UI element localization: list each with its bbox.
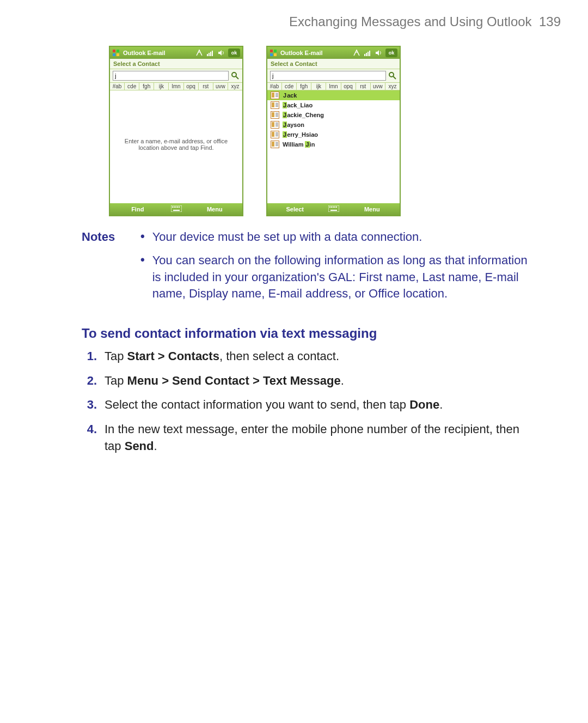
- titlebar: Outlook E-mail ok: [110, 47, 242, 59]
- svg-rect-35: [330, 210, 337, 211]
- notes-list: • Your device must be set up with a data…: [140, 229, 534, 309]
- alpha-tab[interactable]: xyz: [228, 83, 242, 90]
- alpha-tab[interactable]: uvw: [371, 83, 385, 90]
- step-item: 1. Tap Start > Contacts, then select a c…: [82, 348, 534, 365]
- keyboard-icon[interactable]: [166, 205, 187, 213]
- screenshots-row: Outlook E-mail ok Select a Contact #abcd…: [109, 46, 401, 216]
- contact-name: Jayson: [283, 121, 304, 128]
- signal-icon: [206, 49, 214, 57]
- connectivity-icon: [195, 49, 203, 57]
- keyboard-icon[interactable]: [323, 205, 345, 213]
- titlebar-label: Outlook E-mail: [123, 50, 166, 56]
- step-number: 1.: [82, 348, 97, 365]
- find-icon[interactable]: [231, 71, 240, 80]
- svg-rect-11: [171, 205, 182, 212]
- note-item: • You can search on the following inform…: [140, 252, 534, 302]
- empty-hint: Enter a name, e-mail address, or office …: [125, 138, 228, 151]
- alpha-tabs-left[interactable]: #abcdefghijklmnopqrstuvwxyz: [110, 83, 242, 90]
- section-heading: To send contact information via text mes…: [82, 324, 534, 343]
- start-icon[interactable]: [270, 49, 277, 57]
- alpha-tab[interactable]: opq: [341, 83, 356, 90]
- section-title: Exchanging Messages and Using Outlook: [289, 14, 532, 29]
- alpha-tab[interactable]: lmn: [169, 83, 183, 90]
- svg-point-27: [389, 72, 394, 77]
- results-area: JackJack_LiaoJackie_ChengJaysonJerry_Hsi…: [267, 90, 400, 203]
- alpha-tab[interactable]: cde: [125, 83, 139, 90]
- search-input[interactable]: [113, 71, 229, 81]
- step-item: 3. Select the contact information you wa…: [82, 397, 534, 414]
- svg-rect-16: [179, 206, 180, 208]
- svg-rect-0: [113, 50, 115, 52]
- soft-key-bar: Find Menu: [110, 203, 242, 215]
- step-number: 2.: [82, 373, 97, 390]
- alpha-tab[interactable]: opq: [184, 83, 199, 90]
- svg-rect-1: [117, 50, 119, 52]
- alpha-tab[interactable]: #ab: [267, 83, 282, 90]
- step-text: Select the contact information you want …: [105, 397, 534, 414]
- contact-row[interactable]: Jerry_Hsiao: [267, 130, 400, 139]
- contact-row[interactable]: Jayson: [267, 120, 400, 130]
- alpha-tab[interactable]: lmn: [326, 83, 341, 90]
- svg-rect-33: [334, 206, 335, 208]
- svg-rect-17: [173, 210, 180, 211]
- softkey-left[interactable]: Select: [267, 206, 323, 212]
- svg-point-9: [232, 72, 236, 77]
- alpha-tab[interactable]: cde: [282, 83, 297, 90]
- contact-row[interactable]: Jack: [267, 90, 400, 100]
- svg-rect-14: [175, 206, 176, 208]
- contact-row[interactable]: Jackie_Cheng: [267, 110, 400, 120]
- search-row: [110, 69, 242, 83]
- screen-subtitle: Select a Contact: [267, 59, 400, 69]
- contact-name: Jack: [283, 92, 297, 99]
- softkey-right[interactable]: Menu: [345, 206, 400, 212]
- svg-rect-2: [113, 53, 115, 56]
- alpha-tab[interactable]: fgh: [139, 83, 154, 90]
- alpha-tab[interactable]: ijk: [311, 83, 326, 90]
- svg-rect-21: [274, 53, 277, 56]
- svg-rect-3: [117, 53, 119, 56]
- svg-rect-24: [367, 52, 369, 56]
- ok-button[interactable]: ok: [385, 48, 397, 57]
- search-input[interactable]: [270, 71, 386, 81]
- page-number: 139: [539, 14, 561, 29]
- svg-rect-30: [329, 206, 330, 208]
- contact-card-icon: [271, 121, 279, 129]
- alpha-tab[interactable]: fgh: [297, 83, 311, 90]
- alpha-tab[interactable]: rst: [199, 83, 213, 90]
- contact-name: Jack_Liao: [283, 102, 313, 108]
- contact-card-icon: [271, 141, 279, 148]
- svg-line-28: [393, 76, 396, 79]
- alpha-tab[interactable]: xyz: [385, 83, 400, 90]
- svg-rect-5: [209, 53, 210, 56]
- svg-rect-23: [366, 53, 367, 56]
- contact-row[interactable]: William Jin: [267, 139, 400, 149]
- alpha-tab[interactable]: uvw: [213, 83, 228, 90]
- alpha-tab[interactable]: #ab: [110, 83, 125, 90]
- search-row: [267, 69, 400, 83]
- start-icon[interactable]: [112, 49, 120, 57]
- softkey-right[interactable]: Menu: [187, 206, 243, 212]
- svg-rect-12: [172, 206, 173, 208]
- notes-block: Notes • Your device must be set up with …: [82, 229, 534, 309]
- notes-label: Notes: [82, 229, 125, 309]
- svg-rect-22: [364, 54, 365, 56]
- svg-rect-31: [331, 206, 332, 208]
- softkey-left[interactable]: Find: [110, 206, 166, 212]
- volume-icon: [375, 49, 382, 57]
- alpha-tabs-right[interactable]: #abcdefghijklmnopqrstuvwxyz: [267, 83, 400, 90]
- svg-rect-25: [369, 51, 370, 56]
- contact-name: Jackie_Cheng: [283, 112, 324, 118]
- alpha-tab[interactable]: ijk: [154, 83, 169, 90]
- svg-rect-7: [212, 51, 213, 56]
- results-area: Enter a name, e-mail address, or office …: [110, 90, 242, 203]
- svg-rect-18: [270, 50, 273, 52]
- svg-rect-32: [333, 206, 334, 208]
- contact-card-icon: [271, 111, 279, 119]
- contact-row[interactable]: Jack_Liao: [267, 100, 400, 110]
- ok-button[interactable]: ok: [228, 48, 240, 57]
- alpha-tab[interactable]: rst: [356, 83, 371, 90]
- contact-list: JackJack_LiaoJackie_ChengJaysonJerry_Hsi…: [267, 90, 400, 149]
- svg-rect-4: [207, 54, 208, 56]
- find-icon[interactable]: [388, 71, 397, 80]
- contact-name: Jerry_Hsiao: [283, 131, 318, 138]
